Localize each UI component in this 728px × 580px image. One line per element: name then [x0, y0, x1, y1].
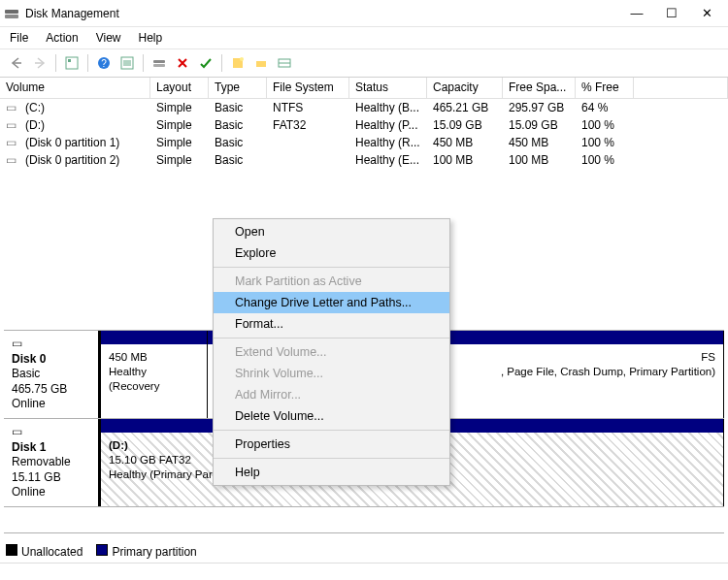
menu-bar: File Action View Help [0, 27, 728, 48]
context-menu-item[interactable]: Explore [214, 242, 449, 264]
volume-free: 15.09 GB [503, 118, 576, 132]
disk-type: Removable [12, 455, 71, 468]
disk-status: Online [12, 485, 46, 499]
partition-size: 450 MB [109, 351, 148, 363]
legend-primary: Primary partition [96, 544, 196, 559]
forward-button[interactable] [29, 52, 50, 74]
context-menu-item[interactable]: Delete Volume... [214, 405, 449, 427]
volume-fs: FAT32 [267, 118, 349, 132]
refresh-button[interactable] [149, 52, 170, 74]
back-button[interactable] [6, 52, 27, 74]
drive-icon: ▭ [6, 153, 19, 167]
disk-size: 15.11 GB [12, 470, 61, 484]
minimize-button[interactable]: — [619, 2, 654, 25]
context-menu-item[interactable]: Change Drive Letter and Paths... [214, 292, 449, 313]
volume-status: Healthy (R... [349, 136, 427, 149]
drive-icon: ▭ [6, 101, 19, 114]
svg-rect-8 [153, 64, 165, 67]
volume-name: (Disk 0 partition 2) [25, 153, 119, 167]
separator [87, 54, 88, 72]
partition-status: Healthy (Recovery [109, 366, 159, 392]
volume-row[interactable]: ▭(D:)SimpleBasicFAT32Healthy (P...15.09 … [0, 116, 728, 134]
volume-row[interactable]: ▭(Disk 0 partition 1)SimpleBasicHealthy … [0, 134, 728, 151]
delete-button[interactable] [172, 52, 193, 74]
svg-rect-11 [256, 61, 266, 67]
volume-capacity: 15.09 GB [427, 118, 503, 132]
disk-info[interactable]: ▭Disk 1 Removable 15.11 GB Online [4, 419, 101, 506]
volume-pctfree: 100 % [576, 153, 634, 167]
col-type[interactable]: Type [209, 78, 267, 98]
separator [143, 54, 144, 72]
context-menu-item[interactable]: Help [214, 462, 449, 483]
menu-help[interactable]: Help [139, 31, 163, 45]
col-filesystem[interactable]: File System [267, 78, 349, 98]
check-button[interactable] [195, 52, 216, 74]
volume-type: Basic [209, 118, 267, 132]
col-capacity[interactable]: Capacity [427, 78, 503, 98]
volume-layout: Simple [150, 153, 209, 167]
volume-layout: Simple [150, 136, 209, 149]
menu-view[interactable]: View [96, 31, 121, 45]
volumes-header: Volume Layout Type File System Status Ca… [0, 78, 728, 99]
col-volume[interactable]: Volume [0, 78, 150, 98]
volume-type: Basic [209, 101, 267, 114]
volume-pctfree: 100 % [576, 136, 634, 149]
context-menu-item[interactable]: Open [214, 221, 449, 242]
swatch-icon [6, 544, 17, 556]
context-menu-item[interactable]: Properties [214, 434, 449, 455]
col-end [634, 78, 728, 98]
toolbar: ? [0, 48, 728, 78]
svg-point-10 [240, 57, 244, 61]
volume-row[interactable]: ▭(C:)SimpleBasicNTFSHealthy (B...465.21 … [0, 99, 728, 116]
context-menu-item[interactable]: Format... [214, 313, 449, 335]
help-button[interactable]: ? [93, 52, 115, 74]
col-layout[interactable]: Layout [150, 78, 209, 98]
col-freespace[interactable]: Free Spa... [503, 78, 576, 98]
menu-file[interactable]: File [10, 31, 28, 45]
volume-status: Healthy (P... [349, 118, 427, 132]
status-bar [0, 563, 728, 580]
list-view-button[interactable] [274, 52, 295, 74]
legend: Unallocated Primary partition [6, 544, 197, 559]
window-title: Disk Management [25, 7, 119, 20]
context-menu-item: Extend Volume... [214, 341, 449, 363]
volume-row[interactable]: ▭(Disk 0 partition 2)SimpleBasicHealthy … [0, 151, 728, 169]
disk-info[interactable]: ▭Disk 0 Basic 465.75 GB Online [4, 331, 101, 418]
disk-button[interactable] [250, 52, 272, 74]
properties-button[interactable] [61, 52, 83, 74]
volumes-list: ▭(C:)SimpleBasicNTFSHealthy (B...465.21 … [0, 99, 728, 169]
context-menu-item: Add Mirror... [214, 384, 449, 405]
close-button[interactable]: ✕ [689, 2, 724, 25]
context-menu-separator [214, 458, 449, 459]
separator [55, 54, 56, 72]
volume-free: 100 MB [503, 153, 576, 167]
svg-rect-2 [66, 57, 78, 69]
volume-capacity: 100 MB [427, 153, 503, 167]
volume-pctfree: 64 % [576, 101, 634, 114]
svg-rect-3 [68, 59, 71, 62]
context-menu-item: Shrink Volume... [214, 363, 449, 384]
col-status[interactable]: Status [349, 78, 427, 98]
partition-title: (D:) [109, 439, 128, 451]
volume-capacity: 465.21 GB [427, 101, 503, 114]
context-menu-separator [214, 267, 449, 268]
volume-free: 295.97 GB [503, 101, 576, 114]
partition-stripe [101, 331, 207, 344]
volume-status: Healthy (E... [349, 153, 427, 167]
volume-type: Basic [209, 136, 267, 149]
drive-icon: ▭ [6, 136, 19, 149]
context-menu-separator [214, 430, 449, 431]
app-icon [4, 6, 19, 21]
maximize-button[interactable]: ☐ [654, 2, 689, 25]
volume-name: (C:) [25, 101, 45, 114]
volume-layout: Simple [150, 118, 209, 132]
col-pctfree[interactable]: % Free [576, 78, 634, 98]
menu-action[interactable]: Action [46, 31, 78, 45]
volume-status: Healthy (B... [349, 101, 427, 114]
new-volume-button[interactable] [227, 52, 248, 74]
volume-name: (D:) [25, 118, 45, 132]
partition[interactable]: 450 MB Healthy (Recovery [101, 331, 208, 418]
volume-pctfree: 100 % [576, 118, 634, 132]
partition-status: , Page File, Crash Dump, Primary Partiti… [501, 366, 715, 377]
settings-button[interactable] [116, 52, 138, 74]
